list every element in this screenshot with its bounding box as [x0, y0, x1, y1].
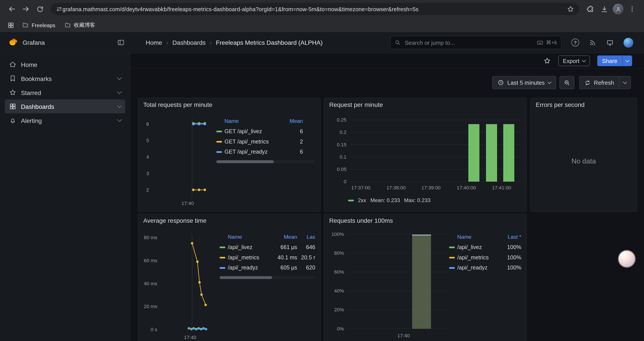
- folder-icon: [64, 22, 71, 28]
- chevron-down-icon[interactable]: [117, 89, 122, 94]
- search-input[interactable]: [404, 39, 536, 46]
- series-swatch: [220, 246, 225, 248]
- col-name[interactable]: Name: [457, 234, 498, 240]
- bookmark-folder-blog[interactable]: 收藏博客: [61, 20, 98, 31]
- address-bar[interactable]: grafana.mathmast.com/d/deytv4rwavabkb/fr…: [51, 3, 579, 15]
- series-swatch: [220, 267, 225, 268]
- profile-avatar[interactable]: [611, 2, 625, 16]
- news-icon[interactable]: [589, 39, 596, 46]
- sidebar-item-dashboards[interactable]: Dashboards: [5, 99, 125, 113]
- grafana-logo[interactable]: [8, 37, 18, 48]
- series-swatch: [216, 151, 222, 153]
- series-name[interactable]: GET /api/_readyz: [224, 149, 280, 155]
- scrollbar-thumb[interactable]: [216, 160, 274, 163]
- shortcut-label: ⌘+k: [546, 40, 557, 46]
- x-tick: 17:37:00: [346, 185, 376, 191]
- sidebar-item-home[interactable]: Home: [5, 58, 125, 72]
- col-last[interactable]: Las: [297, 234, 315, 240]
- extensions-icon[interactable]: [583, 2, 597, 16]
- panel-title[interactable]: Average response time: [138, 214, 320, 225]
- series-mean: 661 µs: [272, 244, 297, 250]
- panel-title[interactable]: Requests under 100ms: [324, 214, 526, 225]
- share-button[interactable]: Share: [597, 56, 632, 66]
- breadcrumb-dashboards[interactable]: Dashboards: [172, 39, 206, 46]
- site-controls-icon[interactable]: [56, 6, 62, 12]
- panel-errors-per-second: Errors per second No data: [530, 98, 637, 212]
- table-scrollbar[interactable]: [220, 276, 315, 279]
- sidebar-item-alerting[interactable]: Alerting: [5, 113, 125, 128]
- series-name[interactable]: /api/_metrics: [457, 254, 498, 260]
- series-name[interactable]: GET /api/_livez: [224, 128, 280, 134]
- table-scrollbar[interactable]: [216, 160, 315, 163]
- bookmark-label: 收藏博客: [74, 21, 95, 29]
- col-name[interactable]: Name: [224, 118, 280, 124]
- scrollbar-thumb[interactable]: [220, 276, 272, 279]
- bookmark-icon: [9, 75, 16, 82]
- x-tick: 17:40: [175, 201, 200, 206]
- y-tick: 40 ms: [142, 280, 157, 287]
- refresh-interval-caret[interactable]: [619, 76, 630, 89]
- refresh-button[interactable]: Refresh: [580, 76, 619, 89]
- user-avatar[interactable]: [624, 38, 633, 47]
- series-last: 100%: [498, 244, 522, 250]
- assistant-avatar-overlay[interactable]: [618, 251, 635, 267]
- series-name[interactable]: /api/_readyz: [228, 265, 272, 271]
- legend-table: Name Mean Las /api/_livez 661 µs 646: [220, 231, 315, 341]
- series-name[interactable]: /api/_livez: [228, 244, 272, 250]
- table-row: GET /api/_readyz 6: [216, 147, 315, 157]
- forward-button[interactable]: [19, 2, 33, 16]
- legend-table-header: Name Mean: [216, 116, 315, 126]
- col-last[interactable]: Last *: [498, 234, 522, 240]
- browser-menu-icon[interactable]: [625, 2, 639, 16]
- panel-title[interactable]: Request per minute: [324, 98, 526, 110]
- share-caret[interactable]: [622, 56, 632, 66]
- breadcrumb-separator: [162, 39, 172, 46]
- bookmark-folder-freeleaps[interactable]: Freeleaps: [19, 20, 58, 30]
- chevron-down-icon[interactable]: [117, 75, 122, 80]
- chevron-down-icon[interactable]: [117, 117, 122, 122]
- share-label[interactable]: Share: [597, 56, 622, 66]
- series-name[interactable]: /api/_metrics: [228, 254, 272, 260]
- dock-menu-icon[interactable]: [117, 39, 125, 47]
- panel-title[interactable]: Errors per second: [531, 98, 636, 110]
- export-button[interactable]: Export: [558, 56, 590, 66]
- search-bar[interactable]: ⌘+k: [390, 36, 562, 49]
- chevron-down-icon[interactable]: [117, 103, 122, 108]
- grafana-brand[interactable]: Grafana: [22, 39, 45, 46]
- url-text[interactable]: grafana.mathmast.com/d/deytv4rwavabkb/fr…: [62, 6, 567, 12]
- series-name[interactable]: GET /api/_metrics: [224, 138, 280, 145]
- series-last: 100%: [498, 265, 522, 271]
- sidebar: Home Bookmarks Starred Dashboards: [0, 53, 130, 341]
- zoom-out-icon: [564, 79, 570, 86]
- series-name[interactable]: /api/_readyz: [457, 265, 498, 271]
- downloads-icon[interactable]: [597, 2, 611, 16]
- series-mean: 40.1 ms: [272, 254, 297, 260]
- col-name[interactable]: Name: [228, 234, 272, 240]
- bookmark-star-icon[interactable]: [567, 5, 574, 13]
- grafana-header-left: Grafana: [0, 37, 130, 48]
- sidebar-item-bookmarks[interactable]: Bookmarks: [5, 72, 125, 86]
- panel-title[interactable]: Total requests per minute: [138, 98, 320, 110]
- bar-plot: [328, 231, 449, 332]
- chevron-down-icon: [547, 80, 552, 84]
- reload-button[interactable]: [33, 2, 47, 16]
- zoom-out-button[interactable]: [560, 76, 574, 89]
- sidebar-item-label: Bookmarks: [21, 75, 52, 82]
- favorite-star-icon[interactable]: [544, 57, 551, 65]
- monitor-icon[interactable]: [606, 39, 614, 46]
- bar-plot: [328, 115, 522, 183]
- apps-grid-icon[interactable]: [5, 19, 16, 31]
- series-mean: 2: [280, 138, 303, 145]
- breadcrumb-home[interactable]: Home: [146, 39, 162, 46]
- back-button[interactable]: [5, 2, 19, 16]
- time-range-label: Last 5 minutes: [507, 79, 545, 86]
- help-icon[interactable]: ?: [572, 39, 579, 47]
- series-name[interactable]: /api/_livez: [457, 244, 498, 250]
- sidebar-item-starred[interactable]: Starred: [5, 86, 125, 100]
- col-mean[interactable]: Mean: [272, 234, 297, 240]
- legend-series-label[interactable]: 2xx: [358, 197, 366, 203]
- series-last: 620: [297, 265, 315, 271]
- col-mean[interactable]: Mean: [280, 118, 303, 124]
- y-tick: 6: [142, 121, 149, 128]
- time-range-picker[interactable]: Last 5 minutes: [492, 76, 556, 89]
